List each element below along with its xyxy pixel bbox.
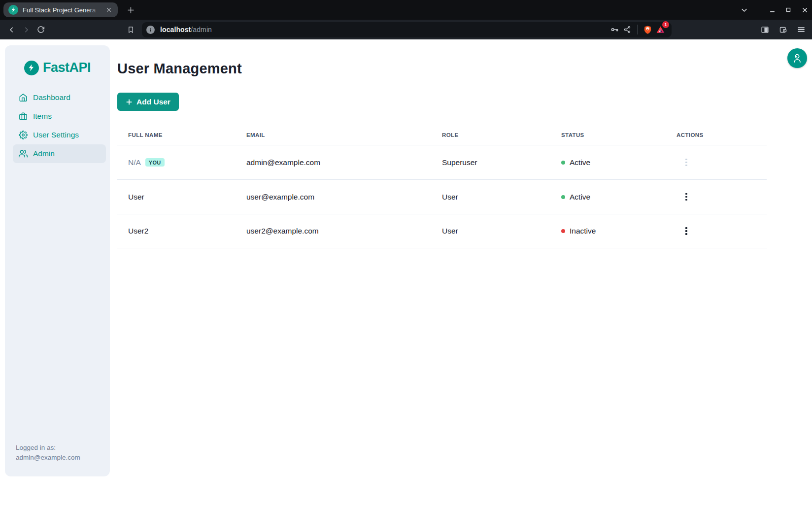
fastapi-logo: FastAPI (5, 60, 110, 75)
new-tab-button[interactable] (124, 3, 137, 17)
brave-rewards-icon[interactable]: 1 (654, 23, 667, 36)
cell-email: admin@example.com (246, 158, 442, 167)
cell-full-name: User2 (128, 227, 148, 236)
forward-icon[interactable] (19, 22, 34, 37)
maximize-icon[interactable] (784, 6, 792, 14)
browser-tab[interactable]: Full Stack Project Genera (3, 2, 118, 17)
cell-email: user2@example.com (246, 227, 442, 236)
sidebar-item-admin[interactable]: Admin (13, 144, 106, 163)
url-path: /admin (191, 26, 212, 34)
row-actions-menu-icon[interactable] (680, 191, 692, 203)
sidebar-item-label: Admin (33, 149, 55, 158)
close-window-icon[interactable] (801, 6, 809, 14)
cell-status: Active (570, 158, 590, 167)
row-actions-menu-icon (680, 157, 692, 168)
url-text: localhost/admin (160, 26, 212, 34)
you-badge: YOU (145, 158, 165, 167)
logged-in-label: Logged in as: (16, 443, 110, 453)
col-role: ROLE (442, 132, 561, 138)
url-host: localhost (160, 26, 191, 34)
tab-title: Full Stack Project Genera (23, 6, 100, 14)
minimize-icon[interactable] (768, 6, 776, 14)
plus-icon (126, 99, 133, 105)
sidebar: FastAPI Dashboard Items User Settings (5, 45, 110, 476)
row-actions-menu-icon[interactable] (680, 225, 692, 237)
col-full-name: FULL NAME (128, 132, 246, 138)
col-actions: ACTIONS (677, 132, 767, 138)
toolbar-divider (637, 25, 638, 34)
back-icon[interactable] (4, 22, 19, 37)
tab-close-icon[interactable] (104, 5, 113, 14)
status-dot-active (561, 195, 565, 199)
home-icon (19, 93, 28, 102)
cell-full-name: User (128, 193, 144, 202)
cell-role: Superuser (442, 158, 561, 167)
add-user-label: Add User (136, 98, 170, 106)
briefcase-icon (19, 112, 28, 121)
status-dot-inactive (561, 229, 565, 233)
table-row: User user@example.com User Active (117, 179, 767, 214)
cell-status: Active (570, 193, 590, 202)
fastapi-favicon-icon (8, 5, 18, 15)
url-bar[interactable]: localhost/admin 1 (142, 22, 672, 37)
sidebar-nav: Dashboard Items User Settings Admin (5, 88, 110, 163)
sidebar-item-label: Items (33, 112, 52, 121)
sidebar-item-dashboard[interactable]: Dashboard (13, 88, 106, 107)
table-row: User2 user2@example.com User Inactive (117, 214, 767, 248)
table-row: N/A YOU admin@example.com Superuser Acti… (117, 145, 767, 179)
cell-role: User (442, 193, 561, 202)
page-title: User Management (117, 39, 767, 77)
main-content: User Management Add User FULL NAME EMAIL… (110, 39, 812, 248)
logo-text: FastAPI (43, 60, 91, 75)
status-dot-active (561, 161, 565, 165)
sidebar-footer: Logged in as: admin@example.com (5, 443, 110, 476)
user-menu-avatar[interactable] (787, 48, 807, 68)
users-table: FULL NAME EMAIL ROLE STATUS ACTIONS N/A … (117, 125, 767, 248)
password-key-icon[interactable] (608, 23, 621, 36)
site-info-icon[interactable] (146, 26, 155, 34)
cell-role: User (442, 227, 561, 236)
sidebar-item-label: User Settings (33, 131, 79, 139)
cell-full-name: N/A (128, 158, 141, 167)
cell-email: user@example.com (246, 193, 442, 202)
sidebar-item-label: Dashboard (33, 93, 70, 102)
sidebar-toggle-icon[interactable] (759, 24, 771, 35)
brave-shield-icon[interactable] (641, 23, 654, 36)
tab-search-chevron-icon[interactable] (740, 6, 748, 14)
toolbar-right-group (759, 24, 807, 35)
rewards-badge: 1 (662, 21, 669, 28)
tab-strip: Full Stack Project Genera (0, 0, 812, 20)
bookmark-icon[interactable] (123, 22, 138, 37)
share-icon[interactable] (621, 23, 634, 36)
cell-status: Inactive (570, 227, 596, 236)
add-user-button[interactable]: Add User (117, 93, 179, 111)
window-controls (740, 0, 809, 20)
table-header-row: FULL NAME EMAIL ROLE STATUS ACTIONS (117, 125, 767, 145)
person-icon (792, 53, 803, 64)
app-page: FastAPI Dashboard Items User Settings (0, 39, 812, 505)
wallet-icon[interactable] (777, 24, 789, 35)
gear-icon (19, 131, 28, 139)
sidebar-item-items[interactable]: Items (13, 107, 106, 126)
users-icon (19, 149, 28, 158)
reload-icon[interactable] (34, 22, 48, 37)
browser-toolbar: localhost/admin 1 (0, 20, 812, 39)
col-status: STATUS (561, 132, 677, 138)
browser-chrome: Full Stack Project Genera (0, 0, 812, 39)
fastapi-bolt-icon (24, 61, 39, 75)
sidebar-item-user-settings[interactable]: User Settings (13, 126, 106, 144)
logged-in-email: admin@example.com (16, 453, 110, 463)
menu-hamburger-icon[interactable] (795, 24, 807, 35)
col-email: EMAIL (246, 132, 442, 138)
